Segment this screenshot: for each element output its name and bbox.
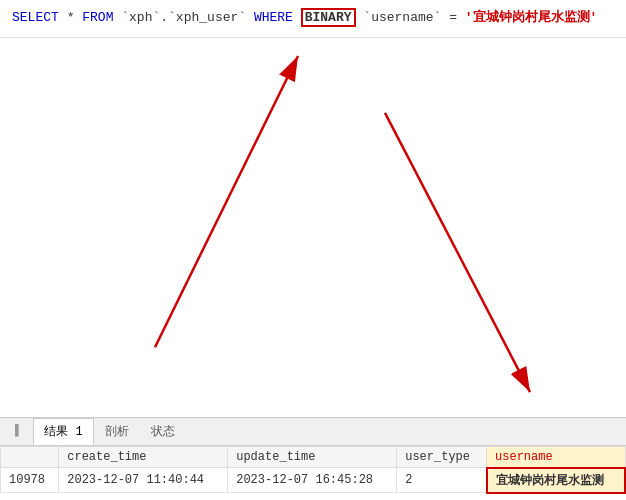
tab-results-placeholder: ▌ (4, 419, 33, 443)
sql-select: SELECT (12, 10, 59, 25)
tab-profiling[interactable]: 剖析 (94, 418, 140, 445)
sql-from: FROM (82, 10, 113, 25)
arrows-overlay (0, 38, 626, 417)
arrow-to-username (385, 113, 530, 392)
results-table: create_time update_time user_type userna… (0, 446, 626, 494)
tab-bar: ▌ 结果 1 剖析 状态 (0, 418, 626, 446)
col-header-user-type: user_type (397, 446, 487, 468)
results-table-wrapper: create_time update_time user_type userna… (0, 446, 626, 500)
main-content-area (0, 38, 626, 418)
tab-results-1[interactable]: 结果 1 (33, 418, 93, 445)
arrow-to-binary (155, 56, 298, 347)
cell-user-type: 2 (397, 468, 487, 493)
cell-rownum: 10978 (1, 468, 59, 493)
sql-column: `username` = (363, 10, 464, 25)
bottom-section: ▌ 结果 1 剖析 状态 create_time update_time use… (0, 418, 626, 500)
sql-value: '宜城钟岗村尾水监测' (465, 10, 598, 25)
col-header-create-time: create_time (59, 446, 228, 468)
cell-create-time: 2023-12-07 11:40:44 (59, 468, 228, 493)
tab-status[interactable]: 状态 (140, 418, 186, 445)
cell-username: 宜城钟岗村尾水监测 (487, 468, 625, 493)
col-header-username: username (487, 446, 625, 468)
col-header-rownum (1, 446, 59, 468)
sql-query-text: SELECT * FROM `xph`.`xph_user` WHERE BIN… (12, 8, 614, 29)
sql-table-name: `xph`.`xph_user` (121, 10, 254, 25)
table-row: 10978 2023-12-07 11:40:44 2023-12-07 16:… (1, 468, 626, 493)
cell-update-time: 2023-12-07 16:45:28 (228, 468, 397, 493)
sql-editor: SELECT * FROM `xph`.`xph_user` WHERE BIN… (0, 0, 626, 38)
sql-where: WHERE (254, 10, 293, 25)
sql-star: * (67, 10, 83, 25)
table-header-row: create_time update_time user_type userna… (1, 446, 626, 468)
col-header-update-time: update_time (228, 446, 397, 468)
sql-binary-keyword: BINARY (301, 8, 356, 27)
